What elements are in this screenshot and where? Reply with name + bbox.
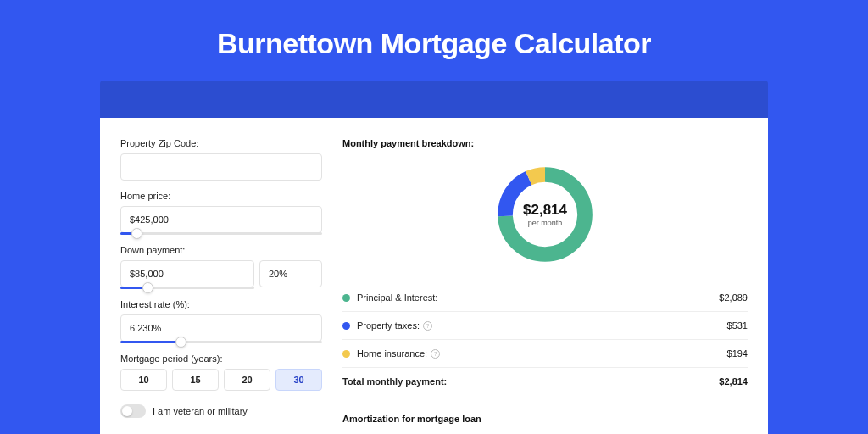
legend-dot [342,322,350,330]
home-price-input[interactable] [120,206,322,233]
zip-group: Property Zip Code: [120,138,322,181]
breakdown-column: Monthly payment breakdown: $2,814 per mo… [342,138,748,434]
down-payment-input[interactable] [120,260,254,287]
legend-label: Principal & Interest: [357,292,719,303]
period-btn-20[interactable]: 20 [224,369,270,391]
veteran-label: I am veteran or military [153,406,248,416]
period-label: Mortgage period (years): [120,353,322,364]
interest-label: Interest rate (%): [120,299,322,309]
interest-input[interactable] [120,314,322,342]
slider-thumb[interactable] [131,228,142,239]
slider-thumb[interactable] [142,282,153,293]
calculator-card: Property Zip Code: Home price: Down paym… [100,118,768,434]
legend-value: $2,089 [719,292,748,303]
legend-dot [342,350,350,358]
down-payment-label: Down payment: [120,245,322,255]
donut-total: $2,814 [523,202,567,219]
legend-value: $531 [727,320,748,331]
donut-chart-wrap: $2,814 per month [342,162,748,267]
veteran-toggle[interactable] [120,404,146,418]
zip-label: Property Zip Code: [120,138,322,148]
toggle-knob [122,406,132,416]
veteran-toggle-row: I am veteran or military [120,404,322,418]
page-title: Burnettown Mortgage Calculator [0,0,868,81]
home-price-group: Home price: [120,191,322,235]
period-btn-15[interactable]: 15 [172,369,219,391]
total-row-label: Total monthly payment: [342,376,719,387]
interest-group: Interest rate (%): [120,299,322,343]
down-payment-pct-input[interactable] [259,260,322,287]
legend: Principal & Interest:$2,089Property taxe… [342,284,748,368]
legend-value: $194 [727,348,748,359]
legend-row: Property taxes: ?$531 [342,312,748,340]
interest-slider[interactable] [120,341,322,343]
home-price-slider[interactable] [120,232,322,235]
breakdown-title: Monthly payment breakdown: [342,138,748,148]
slider-thumb[interactable] [175,337,186,348]
total-row-value: $2,814 [719,376,748,387]
info-icon[interactable]: ? [423,321,432,331]
legend-label: Property taxes: ? [357,320,727,331]
total-row: Total monthly payment: $2,814 [342,368,748,395]
legend-row: Home insurance: ?$194 [342,340,748,368]
period-group: Mortgage period (years): 10152030 [120,353,322,391]
donut-per-month: per month [528,219,563,227]
home-price-label: Home price: [120,191,322,201]
down-payment-slider[interactable] [120,287,254,289]
period-btn-30[interactable]: 30 [275,369,322,391]
amortization-title: Amortization for mortgage loan [342,414,748,424]
donut-chart: $2,814 per month [492,162,598,267]
form-column: Property Zip Code: Home price: Down paym… [120,138,322,434]
legend-dot [342,294,350,302]
legend-row: Principal & Interest:$2,089 [342,284,748,312]
zip-input[interactable] [120,153,322,181]
info-icon[interactable]: ? [431,349,440,359]
down-payment-group: Down payment: [120,245,322,289]
period-btn-10[interactable]: 10 [120,369,167,391]
banner-strip [100,81,768,118]
legend-label: Home insurance: ? [357,348,727,359]
